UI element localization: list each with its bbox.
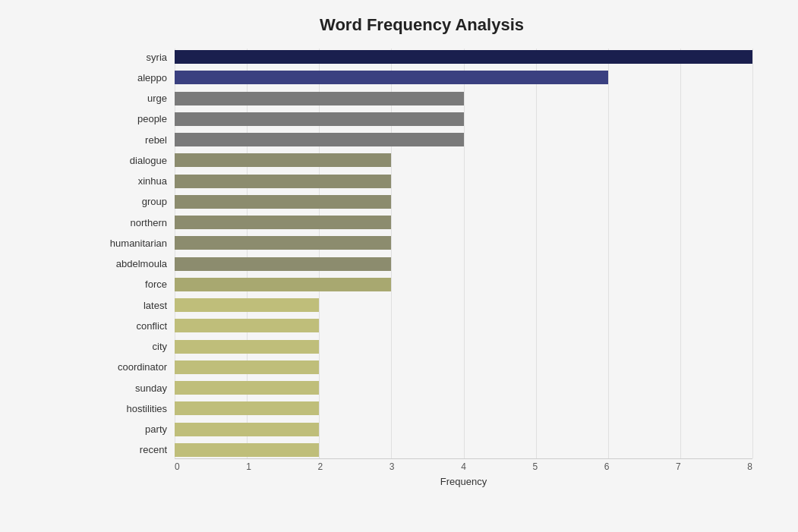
x-tick: 4 (461, 461, 466, 472)
bar-track (175, 381, 752, 395)
x-axis: 012345678 Frequency (175, 458, 752, 489)
bar-track (175, 71, 752, 84)
chart-title: Word Frequency Analysis (91, 15, 752, 35)
bar-row: hostilities (91, 400, 752, 417)
bar-track (175, 195, 752, 209)
bar-label: northern (91, 217, 175, 228)
bar-fill (175, 278, 391, 291)
bar-track (175, 401, 752, 415)
bar-label: conflict (91, 320, 175, 332)
bar-label: people (91, 113, 175, 124)
bar-label: force (91, 279, 175, 290)
x-axis-label: Frequency (175, 476, 752, 487)
bars-wrapper: syriaaleppourgepeoplerebeldialoguexinhua… (91, 49, 752, 458)
bar-fill (175, 423, 319, 436)
bar-row: sunday (91, 379, 752, 396)
bar-row: abdelmoula (91, 256, 752, 272)
bar-track (175, 257, 752, 271)
bar-row: urge (91, 90, 752, 107)
bar-label: dialogue (91, 155, 175, 166)
bar-row: city (91, 338, 752, 355)
x-tick: 0 (175, 461, 180, 472)
bar-row: coordinator (91, 359, 752, 376)
bar-track (175, 340, 752, 354)
bar-row: dialogue (91, 152, 752, 168)
bar-fill (175, 443, 319, 457)
bar-label: group (91, 196, 175, 207)
bar-label: humanitarian (91, 238, 175, 249)
bar-row: syria (91, 49, 752, 65)
bar-track (175, 92, 752, 105)
bar-track (175, 153, 752, 167)
bar-label: abdelmoula (91, 258, 175, 269)
bar-label: latest (91, 300, 175, 311)
bar-fill (175, 340, 319, 354)
x-axis-line (175, 458, 752, 459)
bar-row: force (91, 276, 752, 293)
x-tick: 7 (676, 461, 681, 472)
bar-track (175, 443, 752, 457)
bar-label: party (91, 423, 175, 435)
bar-row: humanitarian (91, 235, 752, 251)
chart-container: Word Frequency Analysis syriaaleppourgep… (0, 0, 798, 532)
bar-fill (175, 236, 391, 250)
bar-row: group (91, 194, 752, 210)
bar-track (175, 298, 752, 312)
bar-label: coordinator (91, 361, 175, 373)
bar-fill (175, 195, 391, 209)
bar-row: party (91, 421, 752, 438)
bar-label: aleppo (91, 72, 175, 83)
bar-fill (175, 50, 752, 64)
bar-track (175, 133, 752, 146)
bar-fill (175, 153, 391, 167)
bar-fill (175, 71, 608, 84)
bar-fill (175, 381, 319, 395)
bar-label: syria (91, 52, 175, 63)
bar-track (175, 216, 752, 229)
bar-track (175, 319, 752, 332)
bar-label: city (91, 341, 175, 352)
x-tick: 8 (747, 461, 752, 472)
bar-fill (175, 360, 319, 374)
bar-fill (175, 92, 464, 105)
x-tick: 2 (318, 461, 323, 472)
bar-label: urge (91, 93, 175, 104)
bar-row: recent (91, 442, 752, 458)
bar-label: hostilities (91, 403, 175, 414)
bar-track (175, 50, 752, 64)
bar-fill (175, 298, 319, 312)
grid-line (752, 49, 753, 458)
bar-fill (175, 175, 391, 188)
bar-track (175, 175, 752, 188)
bar-fill (175, 319, 319, 332)
x-tick: 3 (390, 461, 395, 472)
x-ticks: 012345678 (175, 461, 752, 472)
x-tick: 1 (246, 461, 251, 472)
x-tick: 6 (604, 461, 610, 472)
chart-area: syriaaleppourgepeoplerebeldialoguexinhua… (91, 49, 752, 489)
bar-fill (175, 133, 464, 146)
bar-track (175, 112, 752, 126)
bar-label: recent (91, 444, 175, 455)
bar-row: conflict (91, 317, 752, 334)
bar-track (175, 423, 752, 436)
bar-row: people (91, 111, 752, 127)
bar-track (175, 236, 752, 250)
bar-fill (175, 216, 391, 229)
bar-row: latest (91, 297, 752, 313)
bar-label: xinhua (91, 175, 175, 187)
bar-row: aleppo (91, 69, 752, 86)
bar-fill (175, 257, 391, 271)
bar-fill (175, 401, 319, 415)
bar-label: sunday (91, 382, 175, 394)
bar-row: northern (91, 214, 752, 231)
bar-track (175, 360, 752, 374)
bar-row: rebel (91, 131, 752, 148)
bar-fill (175, 112, 464, 126)
bar-track (175, 278, 752, 291)
bar-row: xinhua (91, 173, 752, 190)
x-tick: 5 (532, 461, 538, 472)
bar-label: rebel (91, 134, 175, 146)
